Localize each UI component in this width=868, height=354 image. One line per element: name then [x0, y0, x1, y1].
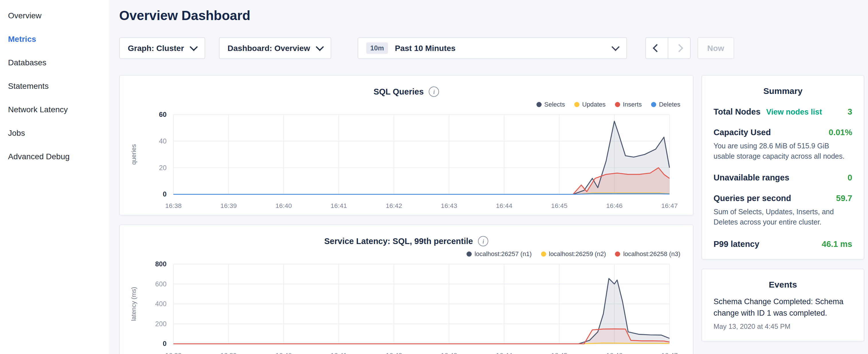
chevron-down-icon — [190, 43, 198, 51]
svg-text:16:44: 16:44 — [496, 202, 513, 210]
legend-item: Inserts — [615, 101, 642, 108]
summary-value: 59.7 — [836, 194, 852, 203]
graph-scope-dropdown-label: Graph: Cluster — [128, 43, 184, 53]
chevron-down-icon — [612, 43, 620, 51]
chart-title: SQL Queries — [373, 87, 424, 96]
legend-item: localhost:26258 (n3) — [615, 250, 680, 257]
sidebar: Overview Metrics Databases Statements Ne… — [0, 0, 109, 354]
summary-p99-latency: P99 latency 46.1 ms — [714, 239, 852, 248]
chart-legend: localhost:26257 (n1)localhost:26259 (n2)… — [129, 249, 680, 258]
sidebar-item-network-latency[interactable]: Network Latency — [0, 97, 109, 121]
legend-dot-icon — [536, 102, 541, 107]
legend-label: Updates — [582, 101, 606, 108]
legend-item: localhost:26257 (n1) — [467, 250, 532, 257]
svg-text:40: 40 — [159, 137, 167, 145]
now-button[interactable]: Now — [698, 37, 734, 59]
chevron-down-icon — [316, 43, 324, 51]
svg-text:200: 200 — [155, 320, 167, 328]
legend-dot-icon — [467, 251, 472, 256]
legend-label: localhost:26259 (n2) — [549, 250, 606, 257]
summary-label: Total Nodes — [714, 107, 761, 116]
time-range-badge: 10m — [366, 42, 388, 54]
sidebar-item-overview[interactable]: Overview — [0, 3, 109, 27]
summary-label: Queries per second — [714, 194, 791, 203]
right-sidebar: Summary Total Nodes View nodes list 3 — [702, 75, 864, 342]
summary-value: 0.01% — [829, 128, 852, 137]
svg-text:16:42: 16:42 — [386, 202, 402, 210]
summary-value: 0 — [848, 173, 852, 183]
summary-title: Summary — [714, 86, 852, 96]
summary-label: P99 latency — [714, 239, 760, 248]
page-title: Overview Dashboard — [119, 8, 864, 24]
content-row: SQL Queries i SelectsUpdatesInsertsDelet… — [119, 75, 864, 354]
sidebar-item-advanced-debug[interactable]: Advanced Debug — [0, 144, 109, 168]
legend-label: Deletes — [659, 101, 680, 108]
main-content: Overview Dashboard Graph: Cluster Dashbo… — [109, 0, 868, 354]
svg-text:latency (ms): latency (ms) — [130, 287, 137, 321]
svg-text:20: 20 — [159, 164, 167, 171]
sql-queries-chart[interactable]: 16:3816:3916:4016:4116:4216:4316:4416:45… — [129, 110, 684, 210]
summary-value: 46.1 ms — [822, 239, 852, 248]
event-text: Schema Change Completed: Schema change w… — [714, 296, 852, 320]
legend-label: localhost:26257 (n1) — [474, 250, 532, 257]
legend-item: Updates — [574, 101, 606, 108]
svg-text:16:40: 16:40 — [275, 202, 292, 210]
summary-label: Capacity Used — [714, 128, 771, 137]
dashboard-dropdown[interactable]: Dashboard: Overview — [219, 37, 331, 59]
svg-text:16:44: 16:44 — [496, 351, 513, 354]
svg-text:0: 0 — [163, 190, 166, 198]
legend-dot-icon — [615, 251, 620, 256]
chevron-left-icon — [653, 44, 661, 52]
time-back-button[interactable] — [645, 37, 668, 59]
charts-column: SQL Queries i SelectsUpdatesInsertsDelet… — [119, 75, 693, 354]
svg-text:queries: queries — [130, 144, 137, 165]
summary-description: Sum of Selects, Updates, Inserts, and De… — [714, 207, 852, 228]
sidebar-item-statements[interactable]: Statements — [0, 74, 109, 97]
svg-text:16:45: 16:45 — [551, 351, 567, 354]
svg-text:60: 60 — [159, 110, 167, 118]
svg-text:600: 600 — [155, 280, 167, 288]
legend-item: localhost:26259 (n2) — [541, 250, 606, 257]
svg-text:0: 0 — [163, 340, 166, 348]
events-title: Events — [714, 279, 852, 289]
service-latency-chart[interactable]: 16:3816:3916:4016:4116:4216:4316:4416:45… — [129, 259, 684, 354]
svg-text:16:41: 16:41 — [331, 202, 347, 210]
svg-text:16:38: 16:38 — [165, 202, 182, 210]
controls-bar: Graph: Cluster Dashboard: Overview 10m P… — [119, 37, 864, 59]
svg-text:16:43: 16:43 — [441, 202, 457, 210]
service-latency-chart-card: Service Latency: SQL, 99th percentile i … — [119, 225, 693, 354]
svg-text:16:46: 16:46 — [606, 351, 622, 354]
svg-text:16:43: 16:43 — [441, 351, 457, 354]
graph-scope-dropdown[interactable]: Graph: Cluster — [119, 37, 205, 59]
event-time: May 13, 2020 at 4:45 PM — [714, 323, 852, 331]
summary-value: 3 — [848, 107, 852, 116]
app-root: Overview Metrics Databases Statements Ne… — [0, 0, 868, 354]
svg-text:800: 800 — [155, 260, 167, 268]
sidebar-item-jobs[interactable]: Jobs — [0, 121, 109, 144]
svg-text:16:40: 16:40 — [275, 351, 292, 354]
legend-item: Deletes — [651, 101, 680, 108]
legend-dot-icon — [541, 251, 546, 256]
sql-queries-chart-card: SQL Queries i SelectsUpdatesInsertsDelet… — [119, 75, 693, 215]
legend-dot-icon — [651, 102, 656, 107]
time-range-dropdown[interactable]: 10m Past 10 Minutes — [358, 37, 627, 59]
summary-capacity-used: Capacity Used 0.01% You are using 28.6 M… — [714, 128, 852, 162]
svg-text:16:45: 16:45 — [551, 202, 567, 210]
view-nodes-link[interactable]: View nodes list — [766, 108, 822, 116]
legend-label: Selects — [544, 101, 565, 108]
chart-title-row: Service Latency: SQL, 99th percentile i — [129, 235, 684, 247]
sidebar-item-metrics[interactable]: Metrics — [0, 27, 109, 51]
legend-dot-icon — [574, 102, 579, 107]
chart-title: Service Latency: SQL, 99th percentile — [324, 236, 473, 246]
svg-text:16:41: 16:41 — [331, 351, 347, 354]
chart-legend: SelectsUpdatesInsertsDeletes — [129, 100, 680, 109]
svg-text:400: 400 — [155, 300, 167, 308]
info-icon[interactable]: i — [478, 236, 489, 246]
sidebar-item-databases[interactable]: Databases — [0, 51, 109, 74]
summary-total-nodes: Total Nodes View nodes list 3 — [714, 107, 852, 116]
time-range-label: Past 10 Minutes — [395, 43, 456, 53]
legend-item: Selects — [536, 101, 565, 108]
events-card: Events Schema Change Completed: Schema c… — [702, 268, 864, 342]
info-icon[interactable]: i — [429, 87, 439, 97]
time-forward-button[interactable] — [668, 37, 691, 59]
